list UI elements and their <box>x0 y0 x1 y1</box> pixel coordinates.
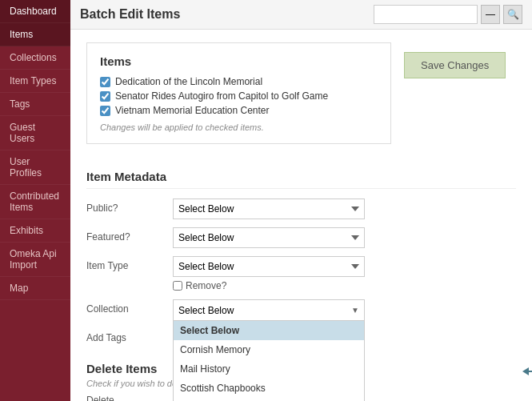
sidebar-item-collections[interactable]: Collections <box>0 46 70 70</box>
main-area: Batch Edit Items — 🔍 Items Dedication of… <box>70 0 532 401</box>
sidebar-item-guest-users[interactable]: Guest Users <box>0 116 70 150</box>
item-checkbox-2[interactable] <box>100 106 110 116</box>
field-label-add-tags: Add Tags <box>86 328 166 343</box>
arrow-head-icon <box>522 367 529 375</box>
field-row-item-type: Item Type Select Below Remove? <box>86 256 516 291</box>
content-area: Items Dedication of the Lincoln Memorial… <box>70 30 532 401</box>
metadata-section: Item Metadata Public? Select Below Yes N… <box>86 170 516 349</box>
field-control-featured: Select Below Yes No <box>173 227 516 248</box>
collection-dropdown-list: Select Below Cornish Memory Mail History… <box>173 320 365 401</box>
chevron-down-icon: ▼ <box>351 306 359 315</box>
collection-value: Select Below <box>178 305 234 316</box>
dropdown-option-1[interactable]: Cornish Memory <box>174 340 364 359</box>
sidebar-item-contributed-items[interactable]: Contributed Items <box>0 185 70 219</box>
remove-check: Remove? <box>173 280 516 291</box>
field-row-collection: Collection Select Below ▼ Select Below C… <box>86 299 516 320</box>
items-section: Items Dedication of the Lincoln Memorial… <box>86 42 391 144</box>
collection-dropdown: Select Below ▼ Select Below Cornish Memo… <box>173 299 365 320</box>
sidebar-item-omeka-api[interactable]: Omeka Api Import <box>0 243 70 277</box>
list-item: Senator Rides Autogiro from Capitol to G… <box>100 90 378 102</box>
search-icon: 🔍 <box>507 9 519 20</box>
save-changes-button[interactable]: Save Changes <box>404 52 506 78</box>
remove-label: Remove? <box>186 280 226 291</box>
field-label-collection: Collection <box>86 299 166 315</box>
item-type-select[interactable]: Select Below <box>173 256 365 277</box>
items-list: Dedication of the Lincoln Memorial Senat… <box>100 76 378 116</box>
remove-checkbox[interactable] <box>173 281 182 291</box>
sidebar-item-dashboard[interactable]: Dashboard <box>0 0 70 23</box>
sidebar-item-item-types[interactable]: Item Types <box>0 70 70 93</box>
delete-label: Delete <box>86 395 166 401</box>
list-item: Vietnam Memorial Education Center <box>100 105 378 116</box>
item-checkbox-0[interactable] <box>100 77 110 87</box>
dropdown-option-3[interactable]: Scottish Chapbooks <box>174 379 364 398</box>
items-section-title: Items <box>100 54 378 68</box>
topbar: Batch Edit Items — 🔍 <box>70 0 532 30</box>
featured-select[interactable]: Select Below Yes No <box>173 227 365 248</box>
field-control-collection: Select Below ▼ Select Below Cornish Memo… <box>173 299 516 320</box>
sidebar-item-tags[interactable]: Tags <box>0 93 70 116</box>
field-label-featured: Featured? <box>86 227 166 243</box>
field-control-public: Select Below Yes No <box>173 198 516 219</box>
dropdown-option-0[interactable]: Select Below <box>174 321 364 340</box>
collection-trigger[interactable]: Select Below ▼ <box>173 299 365 320</box>
field-row-featured: Featured? Select Below Yes No <box>86 227 516 248</box>
item-label-0: Dedication of the Lincoln Memorial <box>115 76 262 87</box>
page-title: Batch Edit Items <box>80 7 180 22</box>
arrow-indicator <box>523 367 532 375</box>
item-checkbox-1[interactable] <box>100 91 110 102</box>
search-button[interactable]: 🔍 <box>503 5 522 24</box>
minus-button[interactable]: — <box>481 5 500 24</box>
arrow-line <box>529 371 532 372</box>
dropdown-option-4[interactable]: Testing Uploads <box>174 398 364 401</box>
topbar-right: — 🔍 <box>374 5 522 24</box>
dropdown-option-2[interactable]: Mail History <box>174 359 364 379</box>
sidebar-item-items[interactable]: Items <box>0 23 70 46</box>
sidebar: Dashboard Items Collections Item Types T… <box>0 0 70 401</box>
metadata-title: Item Metadata <box>86 170 516 189</box>
sidebar-item-exhibits[interactable]: Exhibits <box>0 219 70 243</box>
field-control-item-type: Select Below Remove? <box>173 256 516 291</box>
public-select[interactable]: Select Below Yes No <box>173 198 365 219</box>
item-label-1: Senator Rides Autogiro from Capitol to G… <box>115 90 328 102</box>
changes-note: Changes will be applied to checked items… <box>100 122 378 132</box>
item-label-2: Vietnam Memorial Education Center <box>115 105 270 116</box>
field-row-public: Public? Select Below Yes No <box>86 198 516 219</box>
field-label-public: Public? <box>86 198 166 214</box>
list-item: Dedication of the Lincoln Memorial <box>100 76 378 87</box>
sidebar-item-map[interactable]: Map <box>0 277 70 300</box>
field-label-item-type: Item Type <box>86 256 166 271</box>
sidebar-item-user-profiles[interactable]: User Profiles <box>0 150 70 185</box>
search-input[interactable] <box>374 5 478 24</box>
save-area: Save Changes <box>404 42 516 157</box>
